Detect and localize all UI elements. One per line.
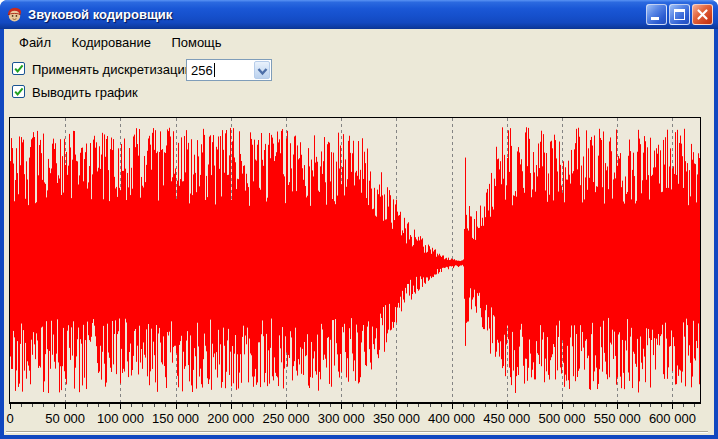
x-axis-tick: [142, 404, 143, 407]
x-axis-tick: [220, 404, 221, 407]
chevron-down-icon: [257, 67, 268, 76]
x-axis-tick: [286, 404, 287, 409]
x-axis-tick: [474, 404, 475, 407]
x-axis-tick: [352, 404, 353, 407]
x-axis-tick: [595, 404, 596, 407]
x-axis-label: 50 000: [45, 411, 85, 426]
x-axis-labels: 050 000100 000150 000200 000250 000300 0…: [9, 411, 714, 427]
x-axis-tick: [661, 404, 662, 407]
x-axis-tick: [562, 404, 563, 409]
x-axis-tick: [694, 404, 695, 407]
x-axis-tick: [242, 404, 243, 407]
x-axis-tick: [131, 404, 132, 407]
window-controls: [646, 4, 713, 25]
x-axis-tick: [43, 404, 44, 407]
x-axis-tick: [407, 404, 408, 407]
show-graph-checkbox[interactable]: [12, 85, 25, 98]
apply-discretization-label: Применять дискретизацию: [32, 62, 195, 77]
x-axis-tick: [98, 404, 99, 407]
menu-item-file[interactable]: Файл: [13, 34, 57, 51]
x-axis-tick: [374, 404, 375, 407]
x-axis-label: 550 000: [594, 411, 641, 426]
x-axis-tick: [363, 404, 364, 407]
x-axis-tick: [418, 404, 419, 407]
x-axis-tick: [385, 404, 386, 407]
maximize-icon: [674, 9, 685, 20]
x-axis-tick: [330, 404, 331, 407]
menu-item-encoding[interactable]: Кодирование: [65, 34, 157, 51]
x-axis-tick: [76, 404, 77, 407]
x-axis-tick: [209, 404, 210, 407]
x-axis-tick: [540, 404, 541, 407]
close-icon: [696, 8, 709, 21]
x-axis-tick: [396, 404, 397, 409]
x-axis-tick: [308, 404, 309, 407]
x-axis-tick: [485, 404, 486, 407]
close-button[interactable]: [692, 4, 713, 25]
x-axis-tick: [628, 404, 629, 407]
text-caret: [214, 63, 215, 77]
x-axis-tick: [650, 404, 651, 407]
x-axis-label: 350 000: [373, 411, 420, 426]
maximize-button[interactable]: [669, 4, 690, 25]
x-axis-label: 200 000: [207, 411, 254, 426]
x-axis-tick: [21, 404, 22, 407]
x-axis-label: 450 000: [483, 411, 530, 426]
x-axis-tick: [165, 404, 166, 407]
combobox-dropdown-button[interactable]: [254, 61, 270, 79]
x-axis-tick: [109, 404, 110, 407]
minimize-icon: [651, 17, 659, 20]
x-axis-tick: [187, 404, 188, 407]
combobox-value[interactable]: 256: [191, 63, 213, 78]
x-axis-tick: [341, 404, 342, 409]
check-icon: [13, 86, 25, 98]
title-bar[interactable]: Звуковой кодировщик: [0, 0, 718, 29]
x-axis-tick: [54, 404, 55, 407]
x-axis-label: 400 000: [428, 411, 475, 426]
x-axis-tick: [430, 404, 431, 407]
x-axis-tick: [496, 404, 497, 407]
x-axis-tick: [10, 404, 11, 409]
x-axis-tick: [319, 404, 320, 407]
x-axis-tick: [452, 404, 453, 409]
x-axis-tick: [518, 404, 519, 407]
x-axis-tick: [32, 404, 33, 407]
x-axis-label: 0: [6, 411, 13, 426]
apply-discretization-checkbox[interactable]: [12, 62, 25, 75]
x-axis-tick: [231, 404, 232, 409]
x-axis-label: 150 000: [152, 411, 199, 426]
x-axis-tick: [606, 404, 607, 407]
x-axis-tick: [507, 404, 508, 409]
discretization-combobox[interactable]: 256: [186, 59, 272, 81]
x-axis-label: 250 000: [263, 411, 310, 426]
x-axis-tick: [463, 404, 464, 407]
x-axis-tick: [176, 404, 177, 409]
x-axis-tick: [639, 404, 640, 407]
x-axis-tick: [65, 404, 66, 409]
x-axis-label: 600 000: [649, 411, 696, 426]
waveform-panel: [9, 117, 701, 404]
x-axis-tick: [297, 404, 298, 407]
waveform-canvas: [10, 118, 700, 402]
client-area: Файл Кодирование Помощь Применять дискре…: [4, 29, 714, 435]
x-axis-tick: [264, 404, 265, 407]
x-axis-tick: [441, 404, 442, 407]
x-axis-tick: [683, 404, 684, 407]
app-icon: [6, 6, 23, 23]
x-axis-tick: [120, 404, 121, 409]
check-icon: [13, 63, 25, 75]
show-graph-label: Выводить график: [32, 85, 138, 100]
x-axis-label: 300 000: [318, 411, 365, 426]
x-axis-tick: [573, 404, 574, 407]
x-axis-tick: [275, 404, 276, 407]
x-axis-tick: [672, 404, 673, 409]
menu-item-help[interactable]: Помощь: [165, 34, 227, 51]
x-axis-tick: [551, 404, 552, 407]
minimize-button[interactable]: [646, 4, 667, 25]
x-axis-tick: [253, 404, 254, 407]
x-axis-tick: [617, 404, 618, 409]
x-axis-tick: [87, 404, 88, 407]
x-axis-tick: [584, 404, 585, 407]
x-axis-tick: [529, 404, 530, 407]
x-axis: [9, 404, 701, 410]
